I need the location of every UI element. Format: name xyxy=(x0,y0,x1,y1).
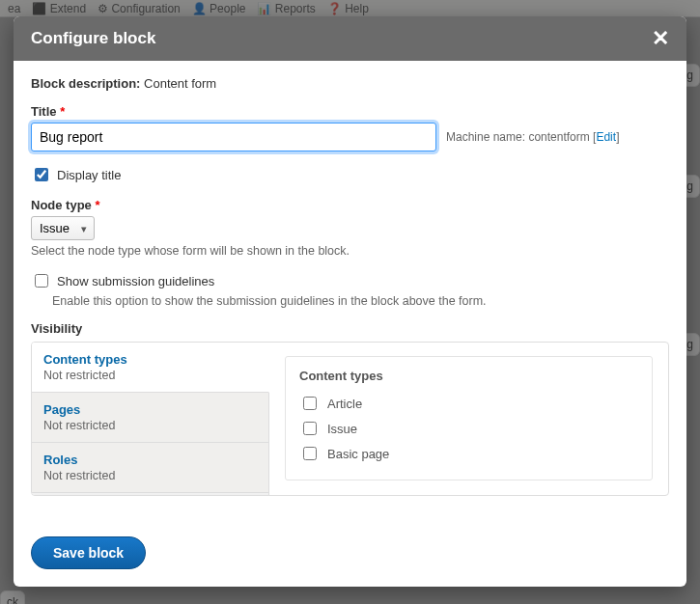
block-description-label: Block description: xyxy=(31,76,140,91)
save-block-button[interactable]: Save block xyxy=(31,536,146,569)
required-marker: * xyxy=(95,198,99,212)
title-label: Title xyxy=(31,104,57,119)
required-marker: * xyxy=(60,104,65,119)
visibility-label: Visibility xyxy=(31,321,82,336)
configure-block-modal: Configure block ✕ Block description: Con… xyxy=(14,16,686,587)
display-title-row: Display title xyxy=(31,165,669,184)
visibility-panel-inner: Content types Article Issue Basic page xyxy=(285,356,653,480)
block-description-row: Block description: Content form xyxy=(31,76,669,91)
content-type-checkbox[interactable] xyxy=(303,397,317,410)
content-type-checkbox[interactable] xyxy=(303,422,317,435)
display-title-label: Display title xyxy=(57,168,121,182)
modal-footer: Save block xyxy=(14,523,686,587)
node-type-row: Node type * Issue Select the node type w… xyxy=(31,198,669,258)
machine-name-value: contentform xyxy=(528,130,589,144)
vis-tab-sub: Not restricted xyxy=(43,469,257,482)
machine-name-label: Machine name: xyxy=(446,130,525,144)
visibility-box: Content types Not restricted Pages Not r… xyxy=(31,342,669,496)
visibility-section: Visibility Content types Not restricted … xyxy=(31,321,669,496)
close-icon[interactable]: ✕ xyxy=(652,28,669,49)
content-type-label: Issue xyxy=(327,422,357,436)
visibility-tab-content-types[interactable]: Content types Not restricted xyxy=(32,343,269,393)
vis-tab-sub: Not restricted xyxy=(43,369,257,382)
content-type-option[interactable]: Article xyxy=(299,391,638,416)
vis-tab-title: Pages xyxy=(43,402,257,417)
vis-tab-title: Content types xyxy=(43,352,257,367)
machine-name-edit-link[interactable]: Edit xyxy=(596,130,616,144)
title-row: Title * Machine name: contentform [Edit] xyxy=(31,104,669,151)
visibility-tabs: Content types Not restricted Pages Not r… xyxy=(32,343,269,495)
content-type-checkbox[interactable] xyxy=(303,447,317,460)
content-type-option[interactable]: Basic page xyxy=(299,441,638,466)
content-type-label: Basic page xyxy=(327,447,389,461)
visibility-panel: Content types Article Issue Basic page xyxy=(269,343,668,495)
modal-title: Configure block xyxy=(31,29,155,48)
show-guidelines-label: Show submission guidelines xyxy=(57,274,214,288)
content-type-label: Article xyxy=(327,397,362,411)
block-description-value: Content form xyxy=(144,76,216,91)
modal-body: Block description: Content form Title * … xyxy=(14,61,686,523)
title-input[interactable] xyxy=(31,123,436,151)
show-guidelines-row: Show submission guidelines Enable this o… xyxy=(31,271,669,308)
node-type-label: Node type xyxy=(31,198,92,212)
vis-tab-sub: Not restricted xyxy=(43,419,257,432)
visibility-tab-roles[interactable]: Roles Not restricted xyxy=(32,443,268,493)
show-guidelines-help: Enable this option to show the submissio… xyxy=(52,294,669,308)
panel-title: Content types xyxy=(299,369,638,383)
machine-name: Machine name: contentform [Edit] xyxy=(446,130,619,144)
vis-tab-title: Roles xyxy=(43,453,257,467)
display-title-checkbox[interactable] xyxy=(35,168,48,181)
show-guidelines-checkbox[interactable] xyxy=(35,274,48,288)
modal-header: Configure block ✕ xyxy=(14,16,686,61)
node-type-select[interactable]: Issue xyxy=(31,216,95,240)
visibility-tab-pages[interactable]: Pages Not restricted xyxy=(32,393,268,443)
content-type-option[interactable]: Issue xyxy=(299,416,638,441)
node-type-help: Select the node type whose form will be … xyxy=(31,244,669,258)
